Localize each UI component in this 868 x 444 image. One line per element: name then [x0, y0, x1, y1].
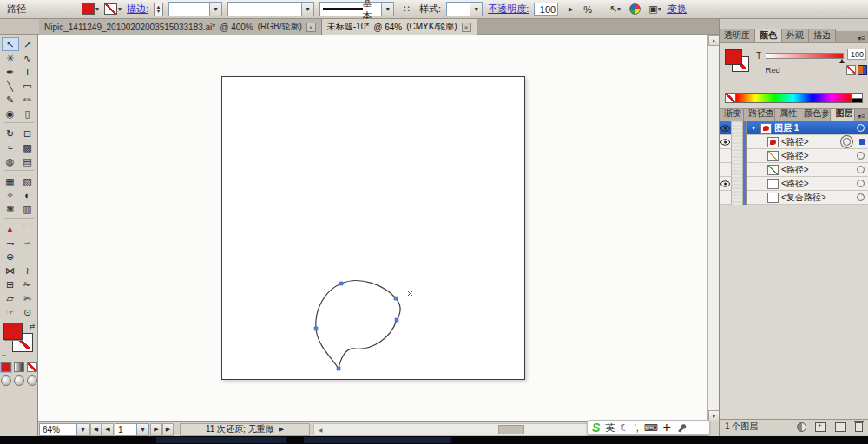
pen-tool-icon[interactable]: ✒	[2, 65, 19, 79]
select-similar-button[interactable]: ↖ ▾	[608, 2, 622, 16]
direct-selection-tool-icon[interactable]: ↗	[19, 37, 36, 51]
toolbox-icon[interactable]: ✚	[663, 422, 671, 434]
blob-brush-tool-icon[interactable]: ◉	[2, 107, 19, 121]
make-clipping-mask-icon[interactable]	[797, 422, 806, 432]
close-icon[interactable]: ×	[462, 23, 471, 32]
target-circle-icon[interactable]	[857, 166, 865, 173]
last-color-swatch-icon[interactable]	[858, 65, 867, 75]
layer-name[interactable]: <路径>	[781, 164, 809, 176]
spectrum-black-swatch[interactable]	[852, 98, 863, 104]
artboard-tool-icon[interactable]: ⊞	[2, 278, 19, 291]
mesh-tool-icon[interactable]: ▦	[2, 174, 19, 188]
punctuation-toggle-icon[interactable]: ’,	[634, 422, 639, 433]
spectrum-ramp[interactable]	[736, 93, 852, 103]
transform-link[interactable]: 变换	[667, 3, 687, 16]
target-circle-icon[interactable]	[857, 180, 865, 187]
magic-wand-tool-icon[interactable]: ✳	[2, 51, 19, 65]
column-graph-tool-icon[interactable]: ▥	[19, 202, 36, 216]
fill-proxy-icon[interactable]	[3, 323, 23, 340]
shape-builder-tool-icon[interactable]: ◍	[2, 154, 19, 168]
align-button[interactable]: ▣ ▾	[648, 2, 662, 16]
canvas-area[interactable]	[38, 35, 707, 421]
tab-transparency[interactable]: 透明度	[720, 29, 755, 42]
selection-tool-icon[interactable]: ↖	[2, 37, 19, 51]
visibility-toggle[interactable]	[720, 149, 732, 163]
free-distort-tool-icon[interactable]: ⋈	[2, 264, 19, 278]
screen-mode-normal-button[interactable]	[1, 375, 11, 386]
visibility-toggle[interactable]	[720, 135, 732, 149]
tab-stroke[interactable]: 描边	[809, 29, 836, 42]
target-circle-icon[interactable]	[843, 138, 851, 146]
lock-toggle[interactable]	[732, 163, 743, 177]
document-tab-nipic[interactable]: Nipic_1411249_20100202003515033183.ai* @…	[39, 19, 322, 35]
zoom-tool-icon[interactable]: ⊙	[19, 305, 36, 319]
layer-name[interactable]: <路径>	[781, 178, 809, 190]
status-history-display[interactable]: 11 次还原; 无重做 ▶	[180, 423, 310, 436]
scissors-tool-icon[interactable]: ✄	[19, 291, 36, 305]
live-paint-selection-tool-icon[interactable]: ⌒	[19, 222, 36, 236]
zoom-level-combo[interactable]: 64% ▾	[39, 423, 89, 436]
toolbar-spacer[interactable]	[19, 250, 36, 264]
style-combo[interactable]: ▾	[446, 2, 483, 16]
layer-name[interactable]: 图层 1	[774, 122, 799, 134]
target-circle-icon[interactable]	[857, 152, 865, 160]
opacity-popup-icon[interactable]: ▶	[563, 2, 578, 16]
fill-proxy-icon[interactable]	[725, 49, 742, 65]
width-tool-icon[interactable]: ≈	[2, 140, 19, 154]
print-tiling-tool-icon[interactable]: ⊕	[2, 250, 19, 264]
none-mode-button[interactable]	[27, 362, 37, 372]
layer-row-layer1[interactable]: ▼ 图层 1	[720, 121, 868, 135]
stroke-link[interactable]: 描边:	[127, 3, 148, 16]
pencil-tool-icon[interactable]: ✏	[19, 93, 36, 107]
tint-slider-pointer[interactable]	[839, 59, 845, 63]
layer-name[interactable]: <路径>	[781, 136, 809, 148]
visibility-toggle[interactable]	[720, 191, 732, 205]
rectangle-tool-icon[interactable]: ▭	[19, 79, 36, 93]
lock-toggle[interactable]	[732, 149, 743, 163]
target-circle-icon[interactable]	[857, 124, 865, 132]
stroke-weight-stepper[interactable]: ▲▼	[154, 3, 163, 16]
balloon-path-artwork[interactable]	[38, 35, 707, 421]
visibility-toggle[interactable]	[720, 177, 732, 191]
horizontal-scroll-thumb[interactable]	[498, 425, 524, 434]
color-mode-button[interactable]	[1, 362, 11, 372]
sogou-ime-bar[interactable]: S 英 ☾ ’, ⌨ ✚	[587, 420, 710, 435]
new-layer-icon[interactable]	[835, 422, 846, 432]
opacity-link[interactable]: 不透明度:	[488, 3, 529, 16]
first-artboard-button[interactable]: ◀	[89, 423, 102, 436]
tab-appearance[interactable]: 外观	[782, 29, 809, 42]
layer-name[interactable]: <路径>	[781, 150, 809, 162]
eraser-tool-icon[interactable]: ▯	[19, 107, 36, 121]
variable-width-profile-combo[interactable]: ▾	[227, 2, 314, 16]
screen-mode-full-button[interactable]	[27, 375, 37, 386]
recolor-artwork-button[interactable]	[628, 2, 642, 16]
fill-color-picker[interactable]: ▾	[82, 3, 99, 15]
layer-row-path2[interactable]: <路径>	[720, 149, 868, 163]
layer-row-compound-path[interactable]: <复合路径>	[720, 191, 868, 205]
warp-tool-icon[interactable]: ⇁	[2, 236, 19, 250]
tint-slider[interactable]	[766, 53, 844, 59]
ime-language-toggle[interactable]: 英	[605, 421, 615, 434]
scroll-left-icon[interactable]: ◀	[314, 424, 326, 435]
lock-toggle[interactable]	[732, 121, 743, 135]
layer-row-path4[interactable]: <路径>	[720, 177, 868, 191]
panel-menu-icon[interactable]: ▾≡	[855, 35, 868, 42]
gradient-tool-icon[interactable]: ▧	[19, 174, 36, 188]
reshape-tool-icon[interactable]: ≀	[19, 264, 36, 278]
paintbrush-tool-icon[interactable]: ✎	[2, 93, 19, 107]
slice-tool-icon[interactable]: ✁	[19, 278, 36, 291]
swap-fill-stroke-icon[interactable]: ⇄	[30, 323, 36, 330]
close-icon[interactable]: ×	[306, 23, 316, 32]
symbol-sprayer-tool-icon[interactable]: ❃	[2, 202, 19, 216]
knife-tool-icon[interactable]: ▱	[2, 291, 19, 305]
layer-row-path3[interactable]: <路径>	[720, 163, 868, 177]
new-sublayer-icon[interactable]	[815, 422, 826, 432]
scale-tool-icon[interactable]: ⊡	[19, 127, 36, 140]
lock-toggle[interactable]	[732, 135, 743, 149]
lock-toggle[interactable]	[732, 191, 743, 205]
blend-tool-icon[interactable]: ◐	[19, 188, 36, 202]
next-artboard-button[interactable]: ▶	[150, 423, 162, 436]
anchor-points[interactable]	[314, 282, 398, 370]
previous-artboard-button[interactable]: ◀	[102, 423, 114, 436]
screen-mode-menu-button[interactable]	[14, 375, 24, 386]
